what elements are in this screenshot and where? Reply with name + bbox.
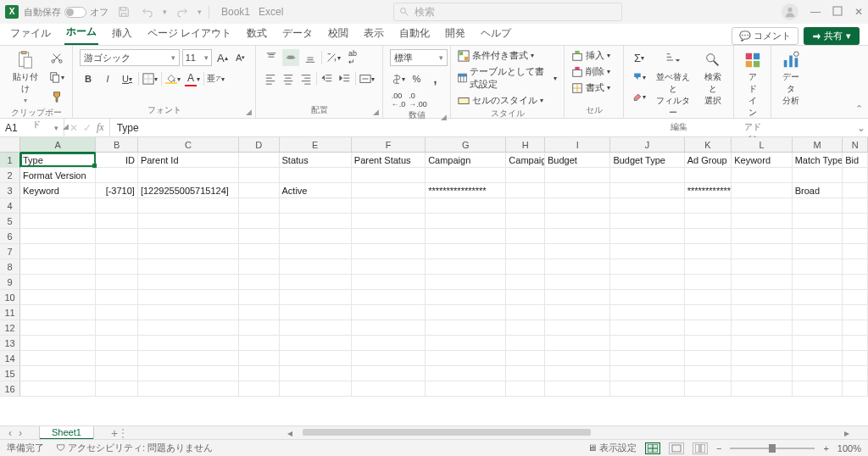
- cell[interactable]: [545, 336, 610, 351]
- cell[interactable]: [843, 305, 868, 320]
- cell[interactable]: [96, 336, 138, 351]
- cell[interactable]: [843, 244, 868, 259]
- horizontal-scrollbar[interactable]: ◂ ▸: [303, 429, 834, 437]
- cell[interactable]: [138, 366, 239, 381]
- cell[interactable]: [685, 198, 732, 214]
- cell[interactable]: [280, 275, 352, 290]
- cell[interactable]: [685, 244, 732, 259]
- cell[interactable]: [610, 336, 684, 351]
- find-select-button[interactable]: 検索と 選択: [699, 49, 726, 108]
- cell[interactable]: Parent Status: [352, 153, 426, 168]
- search-input[interactable]: 検索: [393, 3, 622, 21]
- redo-icon[interactable]: [174, 3, 191, 20]
- cancel-formula-icon[interactable]: ✕: [70, 122, 78, 134]
- cell[interactable]: [239, 183, 280, 198]
- cell[interactable]: [352, 259, 426, 275]
- cell[interactable]: [138, 275, 239, 290]
- cell[interactable]: [426, 290, 506, 305]
- cell[interactable]: [96, 351, 138, 366]
- autosum-button[interactable]: Σ ▾: [631, 49, 648, 66]
- cell[interactable]: ID: [96, 153, 138, 168]
- cell[interactable]: [685, 366, 732, 381]
- cell[interactable]: [506, 366, 545, 381]
- cell[interactable]: [426, 366, 506, 381]
- normal-view-button[interactable]: [645, 442, 660, 454]
- column-header[interactable]: E: [280, 137, 352, 153]
- cell[interactable]: [843, 198, 868, 214]
- cell[interactable]: [96, 366, 138, 381]
- cell[interactable]: [545, 168, 610, 183]
- insert-cells-button[interactable]: 挿入 ▾: [571, 49, 616, 62]
- cell[interactable]: [138, 168, 239, 183]
- cell[interactable]: [732, 366, 792, 381]
- cell[interactable]: [426, 320, 506, 336]
- cell[interactable]: [843, 183, 868, 198]
- cell[interactable]: [280, 290, 352, 305]
- formula-expand-button[interactable]: ⌄: [854, 119, 868, 136]
- dialog-launcher-icon[interactable]: ◢: [441, 113, 447, 121]
- cell[interactable]: [239, 366, 280, 381]
- cell[interactable]: [793, 351, 843, 366]
- cell[interactable]: [426, 259, 506, 275]
- sheet-nav-prev[interactable]: ‹: [8, 427, 12, 439]
- cell[interactable]: [1229255005715124]: [138, 183, 239, 198]
- font-name-combo[interactable]: 游ゴシック▾: [80, 49, 180, 66]
- cell[interactable]: [352, 183, 426, 198]
- addins-button[interactable]: アド イン: [741, 49, 764, 120]
- cell[interactable]: [732, 351, 792, 366]
- align-bottom-button[interactable]: [302, 49, 319, 66]
- cell[interactable]: [280, 244, 352, 259]
- cell[interactable]: [732, 275, 792, 290]
- cell[interactable]: [793, 214, 843, 229]
- cell[interactable]: [352, 244, 426, 259]
- tab-help[interactable]: ヘルプ: [479, 23, 513, 45]
- row-headers[interactable]: 12345678910111213141516: [0, 153, 20, 397]
- column-header[interactable]: M: [793, 137, 843, 153]
- accessibility-status[interactable]: 🛡 アクセシビリティ: 問題ありません: [56, 442, 213, 454]
- cell[interactable]: [732, 381, 792, 397]
- dialog-launcher-icon[interactable]: ◢: [63, 122, 69, 131]
- cell[interactable]: [610, 183, 684, 198]
- increase-decimal-button[interactable]: .00←.0: [390, 92, 407, 108]
- cell[interactable]: [96, 214, 138, 229]
- row-header[interactable]: 6: [0, 229, 20, 244]
- cell[interactable]: [280, 351, 352, 366]
- tab-file[interactable]: ファイル: [8, 23, 53, 45]
- format-as-table-button[interactable]: テーブルとして書式設定 ▾: [458, 65, 557, 91]
- wrap-text-button[interactable]: ab↵: [344, 49, 361, 66]
- zoom-level[interactable]: 100%: [837, 443, 861, 453]
- cell[interactable]: [426, 168, 506, 183]
- cell[interactable]: [96, 320, 138, 336]
- cell[interactable]: [843, 259, 868, 275]
- cells-area[interactable]: TypeIDParent IdStatusParent StatusCampai…: [20, 153, 868, 405]
- cell[interactable]: [426, 198, 506, 214]
- cell[interactable]: [685, 229, 732, 244]
- cell[interactable]: Budget: [545, 153, 610, 168]
- font-color-button[interactable]: A ▾: [184, 70, 201, 87]
- cut-button[interactable]: [48, 49, 65, 66]
- cell[interactable]: [20, 275, 96, 290]
- cell[interactable]: ****************: [685, 183, 732, 198]
- cell[interactable]: [280, 198, 352, 214]
- row-header[interactable]: 10: [0, 290, 20, 305]
- cell[interactable]: [732, 320, 792, 336]
- cell[interactable]: [732, 336, 792, 351]
- tab-insert[interactable]: 挿入: [110, 23, 134, 45]
- tab-formulas[interactable]: 数式: [245, 23, 269, 45]
- cell[interactable]: [20, 229, 96, 244]
- scroll-right-icon[interactable]: ▸: [844, 427, 849, 439]
- cell[interactable]: [545, 275, 610, 290]
- cell[interactable]: Ad Group: [685, 153, 732, 168]
- cell[interactable]: Keyword: [732, 153, 792, 168]
- dialog-launcher-icon[interactable]: ◢: [373, 108, 379, 116]
- cell[interactable]: [280, 305, 352, 320]
- row-header[interactable]: 9: [0, 275, 20, 290]
- cell[interactable]: [545, 351, 610, 366]
- display-settings-button[interactable]: 🖥 表示設定: [587, 442, 637, 454]
- page-layout-view-button[interactable]: [669, 442, 684, 454]
- cell[interactable]: [20, 259, 96, 275]
- cell[interactable]: [20, 290, 96, 305]
- cell[interactable]: [20, 366, 96, 381]
- column-header[interactable]: L: [732, 137, 792, 153]
- cell[interactable]: [685, 275, 732, 290]
